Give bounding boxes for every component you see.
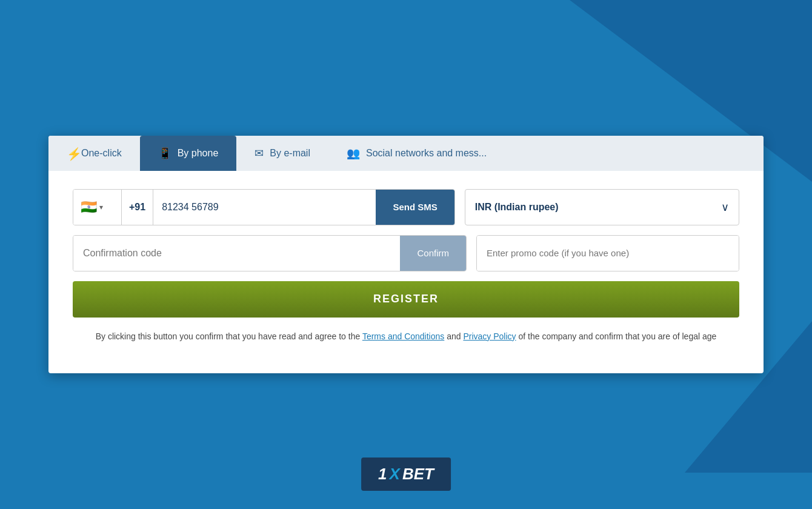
disclaimer-before: By clicking this button you confirm that…	[96, 331, 362, 341]
tab-by-email-label: By e-mail	[270, 148, 310, 159]
promo-group	[476, 235, 739, 271]
form-area: 🇮🇳 ▾ +91 Send SMS INR (Indian rupee) ∨ C…	[48, 171, 764, 355]
tab-one-click[interactable]: One-click	[48, 136, 140, 171]
tab-by-phone-label: By phone	[178, 148, 219, 159]
privacy-link[interactable]: Privacy Policy	[463, 331, 516, 341]
country-code: +91	[122, 190, 153, 225]
currency-selector[interactable]: INR (Indian rupee) ∨	[465, 189, 739, 225]
tab-by-phone[interactable]: By phone	[140, 136, 237, 171]
confirm-button[interactable]: Confirm	[400, 236, 466, 271]
registration-modal: One-click By phone By e-mail Social netw…	[48, 136, 764, 373]
tab-social-label: Social networks and mess...	[366, 148, 487, 159]
disclaimer-after: of the company and confirm that you are …	[516, 331, 717, 341]
tab-one-click-label: One-click	[81, 148, 122, 159]
terms-link[interactable]: Terms and Conditions	[362, 331, 444, 341]
logo-text-bet: BET	[402, 465, 434, 484]
phone-input[interactable]	[153, 190, 376, 225]
logo-text-x: X	[390, 465, 400, 484]
register-button[interactable]: REGISTER	[73, 281, 739, 318]
logo-box: 1 X BET	[361, 457, 451, 491]
registration-tabs: One-click By phone By e-mail Social netw…	[48, 136, 764, 171]
logo-container: 1 X BET	[361, 457, 451, 491]
tab-social[interactable]: Social networks and mess...	[328, 136, 505, 171]
email-icon	[255, 147, 264, 160]
flag-chevron-icon: ▾	[99, 203, 103, 211]
flag-selector[interactable]: 🇮🇳 ▾	[73, 190, 122, 225]
phone-group: 🇮🇳 ▾ +91 Send SMS	[73, 189, 455, 225]
disclaimer-text: By clicking this button you confirm that…	[73, 330, 739, 343]
confirmation-group: Confirm	[73, 235, 467, 271]
confirmation-code-input[interactable]	[73, 236, 400, 271]
india-flag: 🇮🇳	[81, 199, 97, 215]
social-icon	[347, 147, 360, 160]
currency-label: INR (Indian rupee)	[475, 202, 721, 213]
promo-code-input[interactable]	[477, 236, 739, 271]
phone-icon	[158, 147, 171, 160]
logo-text-1: 1	[378, 465, 387, 484]
form-row-1: 🇮🇳 ▾ +91 Send SMS INR (Indian rupee) ∨	[73, 189, 739, 225]
lightning-icon	[67, 147, 75, 160]
send-sms-button[interactable]: Send SMS	[376, 190, 454, 225]
tab-by-email[interactable]: By e-mail	[236, 136, 328, 171]
form-row-2: Confirm	[73, 235, 739, 271]
disclaimer-middle: and	[444, 331, 463, 341]
currency-chevron-icon: ∨	[721, 201, 729, 214]
